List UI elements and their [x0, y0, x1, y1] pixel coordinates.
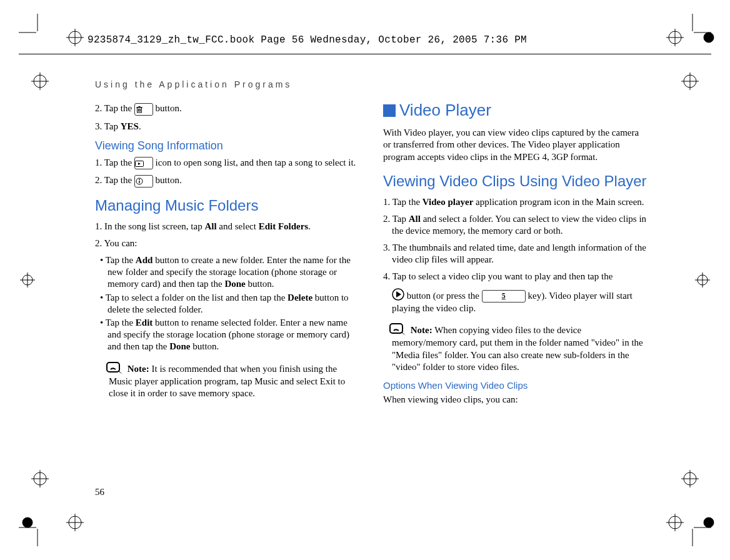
play-circle-icon — [392, 291, 407, 301]
text: button. — [156, 175, 182, 185]
section-square-icon — [383, 104, 396, 117]
text: and select — [217, 221, 259, 231]
bold-done: Done — [169, 341, 190, 351]
note-label: Note: — [411, 325, 432, 335]
mf-step1: 1. In the song list screen, tap All and … — [95, 221, 361, 232]
text: icon to open song list, and then tap a s… — [156, 158, 356, 168]
bold-edit-folders: Edit Folders — [259, 221, 309, 231]
text: . — [308, 221, 311, 231]
heading-viewing-clips: Viewing Video Clips Using Video Player — [383, 172, 649, 191]
svg-marker-55 — [396, 291, 401, 298]
text: 1. Tap the — [95, 158, 134, 168]
note-music-exit: Note: It is recommended that when you fi… — [95, 362, 361, 399]
text: 2. Tap — [383, 214, 409, 224]
svg-marker-48 — [138, 162, 141, 165]
framemaker-header: 9235874_3129_zh_tw_FCC.book Page 56 Wedn… — [88, 34, 527, 46]
svg-rect-56 — [390, 324, 402, 333]
svg-point-50 — [139, 179, 140, 180]
svg-point-11 — [698, 275, 708, 285]
svg-point-8 — [22, 275, 32, 285]
note-icon — [389, 323, 407, 337]
text: . — [139, 121, 141, 131]
note-icon — [106, 362, 124, 376]
key-label: 5 — [502, 291, 506, 300]
vc-step2: 2. Tap All and select a folder. You can … — [383, 213, 649, 237]
svg-rect-51 — [139, 181, 139, 183]
songlist-icon — [134, 157, 153, 169]
text: button. — [156, 103, 182, 113]
svg-point-36 — [669, 516, 681, 529]
svg-point-30 — [684, 472, 696, 485]
text: 2. Tap the — [95, 175, 134, 185]
svg-point-39 — [704, 518, 714, 528]
key-5-icon: 5 — [482, 290, 526, 302]
header-rule — [19, 54, 711, 54]
info-button-icon — [134, 175, 153, 188]
bold-all: All — [409, 214, 421, 224]
bold-edit: Edit — [136, 318, 153, 328]
heading-managing-folders: Managing Music Folders — [95, 196, 361, 216]
vc-step3: 3. The thumbnails and related time, date… — [383, 242, 649, 266]
svg-point-40 — [22, 518, 32, 528]
options-intro: When viewing video clips, you can: — [383, 394, 649, 406]
mf-bullet-edit: • Tap the Edit button to rename selected… — [95, 317, 361, 353]
heading-options-viewing: Options When Viewing Video Clips — [383, 379, 649, 391]
text: • Tap the — [100, 255, 136, 265]
svg-point-17 — [669, 31, 681, 44]
page-body: 2. Tap the button. 3. Tap YES. Viewing S… — [95, 100, 649, 504]
text: button. — [190, 341, 219, 351]
mf-bullet-add: • Tap the Add button to create a new fol… — [95, 254, 361, 291]
bold-add: Add — [136, 255, 153, 265]
text: and select a folder. You can select to v… — [392, 214, 646, 236]
svg-point-20 — [704, 32, 714, 42]
heading-viewing-song-info: Viewing Song Information — [95, 139, 361, 153]
step-tap-trash: 2. Tap the button. — [95, 102, 361, 116]
vc-step1: 1. Tap the Video player application prog… — [383, 196, 649, 208]
svg-point-14 — [69, 31, 81, 44]
page-number: 56 — [95, 487, 104, 498]
text: button (or press the — [407, 291, 482, 301]
text: 2. Tap the — [95, 103, 134, 113]
svg-rect-52 — [107, 362, 119, 372]
running-head: Using the Application Programs — [95, 79, 292, 89]
trash-button-icon — [134, 103, 153, 116]
vs-step1: 1. Tap the icon to open song list, and t… — [95, 157, 361, 170]
step-tap-yes: 3. Tap YES. — [95, 121, 361, 132]
vs-step2: 2. Tap the button. — [95, 174, 361, 188]
text: application program icon in the Main scr… — [473, 197, 644, 207]
bold-video-player: Video player — [422, 197, 474, 207]
text: 1. Tap the — [383, 197, 422, 207]
bold-delete: Delete — [288, 292, 312, 302]
text: • Tap the — [100, 318, 136, 328]
svg-point-24 — [684, 75, 696, 88]
vc-step4-line2: button (or press the 5 key). Video playe… — [383, 288, 649, 315]
text: button. — [246, 279, 274, 289]
bold-yes: YES — [121, 121, 139, 131]
svg-point-21 — [34, 75, 46, 88]
note-label: Note: — [128, 364, 149, 374]
vc-step4-line1: 4. Tap to select a video clip you want t… — [383, 271, 649, 282]
text: • Tap to select a folder on the list and… — [100, 292, 288, 302]
text: Video Player — [399, 101, 491, 119]
video-intro: With Video player, you can view video cl… — [383, 127, 649, 163]
text: 1. In the song list screen, tap — [95, 221, 204, 231]
heading-video-player: Video Player — [383, 100, 649, 121]
text: 3. Tap — [95, 121, 121, 131]
bold-all: All — [204, 221, 216, 231]
bold-done: Done — [224, 279, 245, 289]
svg-point-33 — [69, 516, 81, 529]
mf-bullet-delete: • Tap to select a folder on the list and… — [95, 292, 361, 316]
mf-step2: 2. You can: — [95, 238, 361, 249]
svg-point-27 — [34, 472, 46, 485]
note-video-folder: Note: When copying video files to the de… — [383, 323, 649, 373]
